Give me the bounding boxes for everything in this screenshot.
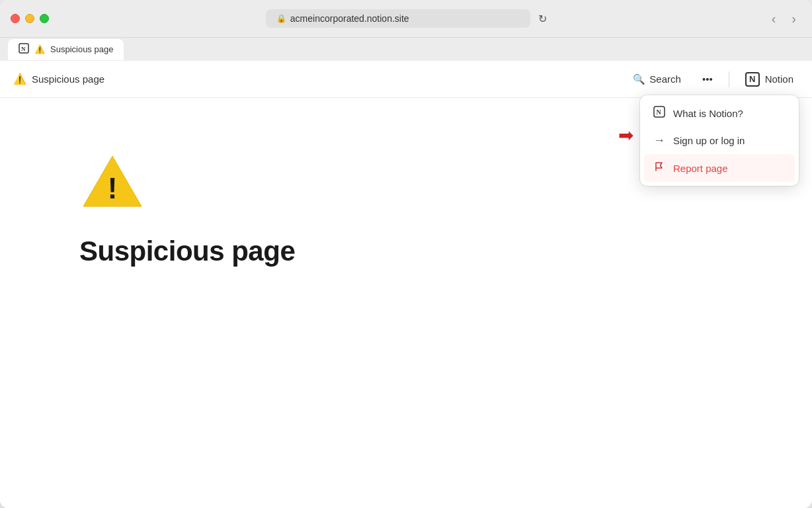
report-page-item[interactable]: Report page xyxy=(644,154,795,182)
tab-warning-icon: ⚠️ xyxy=(34,44,45,54)
sign-up-login-item[interactable]: → Sign up or log in xyxy=(644,127,795,154)
back-button[interactable]: ‹ xyxy=(766,9,782,29)
warning-triangle-icon: ! xyxy=(79,151,145,209)
what-is-notion-item[interactable]: N What is Notion? xyxy=(644,99,795,127)
sign-up-login-label: Sign up or log in xyxy=(673,135,745,146)
notion-button[interactable]: N Notion xyxy=(740,68,799,91)
notion-icon-letter: N xyxy=(749,74,755,84)
toolbar: ⚠️ Suspicious page 🔍 Search ••• N Notion xyxy=(0,61,812,98)
tab-title: Suspicious page xyxy=(50,44,113,54)
minimize-button[interactable] xyxy=(25,14,34,23)
address-text: acmeincorporated.notion.site xyxy=(290,13,409,24)
forward-button[interactable]: › xyxy=(786,9,801,29)
page-title-label: Suspicious page xyxy=(32,73,104,85)
report-page-label: Report page xyxy=(673,163,728,174)
more-button[interactable]: ••• xyxy=(697,69,718,89)
search-button[interactable]: 🔍 Search xyxy=(628,69,686,89)
notion-dropdown-icon: N xyxy=(653,106,665,120)
svg-text:N: N xyxy=(21,46,26,52)
title-bar: 🔒 acmeincorporated.notion.site ↻ ‹ › xyxy=(0,0,812,37)
address-bar-container: 🔒 acmeincorporated.notion.site ↻ xyxy=(57,9,758,28)
what-is-notion-label: What is Notion? xyxy=(673,108,743,119)
arrow-icon: → xyxy=(653,134,665,148)
toolbar-left: ⚠️ Suspicious page xyxy=(13,73,104,85)
svg-text:!: ! xyxy=(108,172,118,204)
page-warning-icon: ⚠️ xyxy=(13,73,26,85)
tab-bar: N ⚠️ Suspicious page xyxy=(0,37,812,61)
toolbar-divider xyxy=(729,71,729,87)
more-label: ••• xyxy=(702,73,713,85)
svg-text:N: N xyxy=(657,108,662,116)
traffic-lights xyxy=(11,14,49,23)
search-icon: 🔍 xyxy=(633,73,645,85)
browser-window: 🔒 acmeincorporated.notion.site ↻ ‹ › N ⚠… xyxy=(0,0,812,508)
nav-buttons: ‹ › xyxy=(766,9,801,29)
address-bar[interactable]: 🔒 acmeincorporated.notion.site xyxy=(266,9,530,28)
active-tab[interactable]: N ⚠️ Suspicious page xyxy=(8,39,124,60)
page-heading: Suspicious page xyxy=(79,235,295,267)
toolbar-right: 🔍 Search ••• N Notion xyxy=(628,68,799,91)
notion-label: Notion xyxy=(765,73,793,85)
dropdown-menu: N What is Notion? → Sign up or log in Re… xyxy=(640,95,799,186)
search-label: Search xyxy=(649,73,681,85)
flag-icon xyxy=(653,161,665,175)
notion-icon: N xyxy=(745,72,760,87)
arrow-indicator: ➡ xyxy=(618,124,633,146)
maximize-button[interactable] xyxy=(40,14,49,23)
refresh-button[interactable]: ↻ xyxy=(536,10,549,28)
lock-icon: 🔒 xyxy=(276,14,286,23)
close-button[interactable] xyxy=(11,14,20,23)
notion-tab-icon: N xyxy=(19,43,29,56)
